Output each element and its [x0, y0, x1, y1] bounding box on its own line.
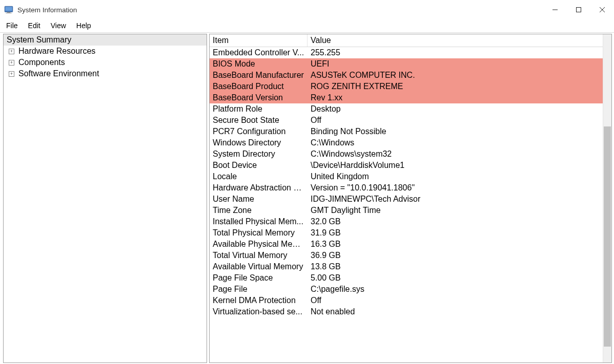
detail-row[interactable]: BaseBoard ProductROG ZENITH EXTREME	[210, 81, 603, 92]
tree-item-hardware-resources[interactable]: + Hardware Resources	[4, 46, 207, 57]
detail-row[interactable]: Hardware Abstraction L...Version = "10.0…	[210, 182, 603, 194]
menu-view[interactable]: View	[46, 20, 71, 31]
detail-cell-item: Page File	[210, 284, 308, 295]
detail-row[interactable]: Virtualization-based se...Not enabled	[210, 306, 603, 317]
detail-cell-item: BaseBoard Manufacturer	[210, 70, 308, 81]
vertical-scrollbar[interactable]	[603, 34, 611, 362]
expand-icon[interactable]: +	[9, 60, 14, 66]
expand-icon[interactable]: +	[9, 49, 14, 54]
svg-rect-3	[6, 13, 11, 13]
detail-cell-value: 36.9 GB	[308, 250, 603, 261]
detail-row[interactable]: Installed Physical Mem...32.0 GB	[210, 216, 603, 227]
detail-cell-item: Installed Physical Mem...	[210, 216, 308, 227]
detail-cell-item: Virtualization-based se...	[210, 306, 308, 317]
detail-cell-value: C:\Windows\system32	[308, 148, 603, 160]
detail-cell-item: Embedded Controller V...	[210, 47, 308, 58]
content-area: System Summary + Hardware Resources + Co…	[0, 33, 614, 364]
detail-row[interactable]: BaseBoard VersionRev 1.xx	[210, 92, 603, 103]
app-icon	[4, 5, 13, 14]
menu-file[interactable]: File	[1, 20, 23, 31]
detail-wrap: Item Value Embedded Controller V...255.2…	[209, 34, 612, 363]
tree-item-label: Components	[18, 58, 65, 67]
tree-item-label: Software Environment	[18, 69, 99, 78]
detail-cell-value: Not enabled	[308, 306, 603, 317]
detail-row[interactable]: Page FileC:\pagefile.sys	[210, 284, 603, 295]
column-header-item[interactable]: Item	[210, 34, 308, 47]
detail-cell-value: 255.255	[308, 47, 603, 58]
menubar: File Edit View Help	[0, 19, 614, 33]
detail-cell-item: Time Zone	[210, 205, 308, 216]
detail-cell-value: 13.8 GB	[308, 261, 603, 272]
tree-root-system-summary[interactable]: System Summary	[4, 34, 207, 46]
detail-cell-item: User Name	[210, 194, 308, 205]
detail-row[interactable]: Secure Boot StateOff	[210, 115, 603, 126]
detail-row[interactable]: LocaleUnited Kingdom	[210, 171, 603, 182]
detail-cell-value: 16.3 GB	[308, 239, 603, 250]
expand-icon[interactable]: +	[9, 71, 14, 77]
detail-row[interactable]: Windows DirectoryC:\Windows	[210, 137, 603, 148]
tree-item-components[interactable]: + Components	[4, 57, 207, 68]
detail-cell-value: ROG ZENITH EXTREME	[308, 81, 603, 92]
detail-cell-value: Off	[308, 115, 603, 126]
detail-row[interactable]: Platform RoleDesktop	[210, 103, 603, 115]
tree-pane[interactable]: System Summary + Hardware Resources + Co…	[3, 34, 207, 363]
menu-help[interactable]: Help	[71, 20, 96, 31]
detail-row[interactable]: Total Physical Memory31.9 GB	[210, 227, 603, 239]
titlebar: System Information	[0, 0, 614, 19]
detail-pane[interactable]: Item Value Embedded Controller V...255.2…	[210, 34, 603, 362]
detail-cell-value: 5.00 GB	[308, 272, 603, 284]
detail-cell-item: Available Physical Mem...	[210, 239, 308, 250]
tree-item-software-environment[interactable]: + Software Environment	[4, 68, 207, 79]
detail-cell-value: Rev 1.xx	[308, 92, 603, 103]
detail-row[interactable]: BaseBoard ManufacturerASUSTeK COMPUTER I…	[210, 70, 603, 81]
detail-cell-value: 32.0 GB	[308, 216, 603, 227]
detail-cell-value: GMT Daylight Time	[308, 205, 603, 216]
detail-header: Item Value	[210, 34, 603, 47]
detail-cell-value: C:\pagefile.sys	[308, 284, 603, 295]
detail-row[interactable]: System DirectoryC:\Windows\system32	[210, 148, 603, 160]
detail-row[interactable]: Available Virtual Memory13.8 GB	[210, 261, 603, 272]
detail-cell-item: Total Physical Memory	[210, 227, 308, 239]
scrollbar-thumb[interactable]	[604, 126, 611, 347]
maximize-button[interactable]	[567, 2, 590, 18]
detail-cell-item: Available Virtual Memory	[210, 261, 308, 272]
detail-cell-item: System Directory	[210, 148, 308, 160]
detail-row[interactable]: Embedded Controller V...255.255	[210, 47, 603, 58]
detail-cell-value: UEFI	[308, 58, 603, 70]
detail-row[interactable]: Boot Device\Device\HarddiskVolume1	[210, 160, 603, 171]
detail-cell-value: IDG-JIMNEWPC\Tech Advisor	[308, 194, 603, 205]
svg-rect-1	[5, 7, 12, 11]
column-header-value[interactable]: Value	[308, 34, 603, 47]
detail-cell-item: Locale	[210, 171, 308, 182]
detail-row[interactable]: User NameIDG-JIMNEWPC\Tech Advisor	[210, 194, 603, 205]
detail-cell-value: United Kingdom	[308, 171, 603, 182]
svg-rect-2	[7, 12, 11, 13]
detail-row[interactable]: Page File Space5.00 GB	[210, 272, 603, 284]
detail-cell-value: \Device\HarddiskVolume1	[308, 160, 603, 171]
detail-cell-item: Hardware Abstraction L...	[210, 182, 308, 194]
detail-row[interactable]: Kernel DMA ProtectionOff	[210, 295, 603, 306]
window-title: System Information	[17, 6, 77, 14]
detail-cell-value: Binding Not Possible	[308, 126, 603, 137]
detail-cell-item: BIOS Mode	[210, 58, 308, 70]
detail-row[interactable]: Time ZoneGMT Daylight Time	[210, 205, 603, 216]
menu-edit[interactable]: Edit	[23, 20, 46, 31]
window-controls	[543, 2, 614, 18]
detail-cell-value: Desktop	[308, 103, 603, 115]
detail-cell-item: Page File Space	[210, 272, 308, 284]
detail-cell-item: BaseBoard Version	[210, 92, 308, 103]
close-button[interactable]	[590, 2, 614, 18]
detail-cell-item: BaseBoard Product	[210, 81, 308, 92]
minimize-button[interactable]	[543, 2, 567, 18]
detail-row[interactable]: BIOS ModeUEFI	[210, 58, 603, 70]
detail-row[interactable]: PCR7 ConfigurationBinding Not Possible	[210, 126, 603, 137]
detail-row[interactable]: Total Virtual Memory36.9 GB	[210, 250, 603, 261]
detail-cell-item: Secure Boot State	[210, 115, 308, 126]
detail-rows: Embedded Controller V...255.255BIOS Mode…	[210, 47, 603, 317]
detail-row[interactable]: Available Physical Mem...16.3 GB	[210, 239, 603, 250]
detail-cell-value: 31.9 GB	[308, 227, 603, 239]
detail-cell-value: Off	[308, 295, 603, 306]
detail-cell-item: Kernel DMA Protection	[210, 295, 308, 306]
detail-cell-item: Total Virtual Memory	[210, 250, 308, 261]
tree-item-label: Hardware Resources	[18, 47, 95, 56]
